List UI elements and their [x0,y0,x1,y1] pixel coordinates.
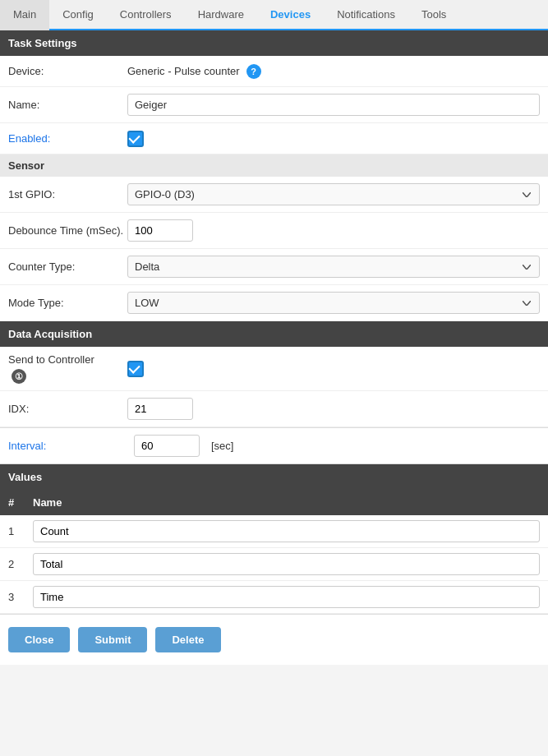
values-table-header: # Name [0,490,548,515]
send-label-group: Send to Controller ① [8,353,127,384]
debounce-row: Debounce Time (mSec). [0,213,548,249]
debounce-label: Debounce Time (mSec). [8,224,127,237]
row-2-input[interactable] [33,553,540,575]
name-label: Name: [8,99,127,111]
row-3-input[interactable] [33,586,540,608]
col-name-header: Name [33,496,540,509]
interval-label: Interval: [8,440,127,452]
row-3-num: 3 [8,591,33,603]
tab-config[interactable]: Config [49,0,107,30]
mode-type-label: Mode Type: [8,297,127,309]
row-1-num: 1 [8,525,33,537]
tab-bar: Main Config Controllers Hardware Devices… [0,0,548,30]
send-controller-checkbox-wrapper[interactable] [127,361,144,377]
idx-label: IDX: [8,403,127,415]
button-bar: Close Submit Delete [0,615,548,665]
enabled-row: Enabled: [0,123,548,154]
send-to-controller-row: Send to Controller ① [0,347,548,391]
row-2-input-wrapper [33,553,540,575]
gpio-label: 1st GPIO: [8,188,127,201]
interval-row: Interval: [sec] [0,428,548,463]
tab-main[interactable]: Main [0,0,49,30]
send-to-controller-label: Send to Controller [8,353,127,366]
enabled-label: Enabled: [8,132,127,145]
counter-type-row: Counter Type: Delta [0,249,548,285]
row-1-input-wrapper [33,520,540,542]
tab-devices[interactable]: Devices [257,0,324,30]
row-2-num: 2 [8,558,33,570]
enabled-checkbox[interactable] [127,131,144,147]
submit-button[interactable]: Submit [78,627,147,652]
tab-hardware[interactable]: Hardware [185,0,257,30]
send-controller-checkbox[interactable] [127,361,144,377]
debounce-input[interactable] [127,219,193,242]
device-label: Device: [8,65,127,77]
counter-type-label: Counter Type: [8,260,127,273]
name-row: Name: [0,87,548,123]
row-1-input[interactable] [33,520,540,542]
values-row-1: 1 [0,515,548,548]
delete-button[interactable]: Delete [155,627,220,652]
interval-unit: [sec] [211,440,233,452]
gpio-row: 1st GPIO: GPIO-0 (D3) [0,177,548,213]
col-num-header: # [8,496,33,509]
row-3-input-wrapper [33,586,540,608]
data-acquisition-header: Data Acquisition [0,321,548,347]
sensor-header: Sensor [0,154,548,177]
tab-notifications[interactable]: Notifications [324,0,408,30]
mode-type-row: Mode Type: LOW [0,285,548,321]
idx-input[interactable] [127,398,193,420]
help-icon[interactable]: ? [246,64,261,79]
values-row-3: 3 [0,581,548,614]
mode-type-select[interactable]: LOW [127,292,540,314]
tab-controllers[interactable]: Controllers [107,0,185,30]
name-input[interactable] [127,94,540,116]
close-button[interactable]: Close [8,627,70,652]
interval-input[interactable] [134,435,200,457]
device-row: Device: Generic - Pulse counter ? [0,56,548,87]
info-icon[interactable]: ① [12,369,26,384]
tab-tools[interactable]: Tools [408,0,459,30]
page-content: Task Settings Device: Generic - Pulse co… [0,30,548,665]
idx-row: IDX: [0,391,548,427]
counter-type-select[interactable]: Delta [127,256,540,278]
gpio-select[interactable]: GPIO-0 (D3) [127,183,540,205]
device-value: Generic - Pulse counter [127,65,240,77]
enabled-checkbox-wrapper[interactable] [127,131,144,147]
task-settings-header: Task Settings [0,30,548,56]
values-header: Values [0,464,548,490]
values-row-2: 2 [0,548,548,581]
